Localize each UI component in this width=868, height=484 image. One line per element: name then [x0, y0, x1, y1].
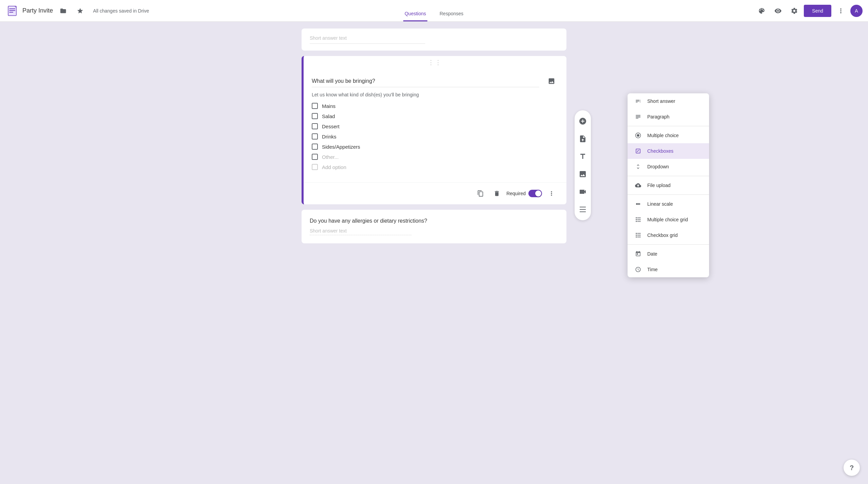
option-dessert: Dessert — [312, 123, 558, 129]
add-question-btn[interactable] — [575, 113, 591, 129]
add-video-btn[interactable] — [575, 184, 591, 200]
add-image-to-question-btn[interactable] — [545, 74, 558, 88]
import-questions-btn[interactable] — [575, 131, 591, 147]
time-icon — [634, 266, 642, 273]
save-status: All changes saved in Drive — [93, 8, 149, 14]
option-label-salad: Salad — [322, 113, 335, 119]
dropdown-label-checkbox-grid: Checkbox grid — [647, 232, 678, 238]
file-upload-icon — [634, 182, 642, 189]
linear-scale-icon — [634, 200, 642, 208]
duplicate-btn[interactable] — [474, 187, 487, 200]
help-button[interactable]: ? — [844, 460, 860, 476]
header-right: Send A — [755, 4, 863, 18]
divider-2 — [628, 176, 709, 176]
card-footer: Required — [304, 182, 566, 204]
paragraph-icon — [634, 113, 642, 120]
bottom-short-answer-placeholder: Short answer text — [310, 228, 412, 235]
add-title-btn[interactable] — [575, 148, 591, 165]
checkbox-add — [312, 164, 318, 170]
dropdown-label-multiple-choice: Multiple choice — [647, 133, 679, 138]
app-title: Party Invite — [22, 7, 53, 14]
dropdown-label-linear-scale: Linear scale — [647, 201, 673, 207]
question-description: Let us know what kind of dish(es) you'll… — [312, 92, 558, 97]
option-salad: Salad — [312, 113, 558, 119]
question-input[interactable] — [312, 75, 539, 87]
dropdown-select-icon — [634, 163, 642, 170]
dropdown-item-paragraph[interactable]: Paragraph — [628, 109, 709, 125]
short-answer-icon — [634, 97, 642, 105]
settings-btn[interactable] — [788, 4, 801, 18]
more-options-btn[interactable] — [545, 187, 558, 200]
dropdown-label-date: Date — [647, 251, 657, 257]
main-content: Short answer text ⋮⋮ Let us know what ki… — [302, 22, 566, 269]
dropdown-label-dropdown: Dropdown — [647, 164, 669, 169]
dropdown-item-file-upload[interactable]: File upload — [628, 178, 709, 193]
option-label-other: Other... — [322, 154, 339, 160]
checkbox-drinks[interactable] — [312, 133, 318, 139]
toggle-knob — [535, 190, 541, 197]
multiple-choice-grid-icon — [634, 216, 642, 223]
tab-questions[interactable]: Questions — [403, 7, 427, 21]
option-mains: Mains — [312, 103, 558, 109]
required-label: Required — [506, 191, 526, 196]
option-other: Other... — [312, 154, 558, 160]
customize-theme-btn[interactable] — [755, 4, 768, 18]
dropdown-label-paragraph: Paragraph — [647, 114, 669, 119]
checkbox-mains[interactable] — [312, 103, 318, 109]
add-image-btn[interactable] — [575, 166, 591, 182]
checkboxes-icon — [634, 147, 642, 155]
add-section-btn[interactable] — [575, 201, 591, 218]
option-label-mains: Mains — [322, 103, 336, 109]
preview-btn[interactable] — [771, 4, 785, 18]
avatar[interactable]: A — [850, 5, 863, 17]
dropdown-item-mc-grid[interactable]: Multiple choice grid — [628, 212, 709, 227]
checkbox-other[interactable] — [312, 154, 318, 160]
app-header: Party Invite All changes saved in Drive … — [0, 0, 868, 22]
dropdown-label-time: Time — [647, 267, 658, 272]
send-button[interactable]: Send — [804, 5, 831, 17]
checkbox-sides[interactable] — [312, 144, 318, 150]
date-icon — [634, 250, 642, 258]
dropdown-item-dropdown[interactable]: Dropdown — [628, 159, 709, 174]
dropdown-item-short-answer[interactable]: Short answer — [628, 93, 709, 109]
question-row — [312, 74, 558, 88]
option-sides: Sides/Appetizers — [312, 144, 558, 150]
top-card-inner: Short answer text — [302, 29, 566, 51]
more-options-btn[interactable] — [834, 4, 848, 18]
dropdown-item-checkboxes[interactable]: Checkboxes — [628, 143, 709, 159]
dropdown-item-checkbox-grid[interactable]: Checkbox grid — [628, 227, 709, 243]
option-label-drinks: Drinks — [322, 134, 337, 139]
top-partial-card: Short answer text — [302, 29, 566, 51]
dropdown-label-checkboxes: Checkboxes — [647, 148, 673, 154]
dropdown-label-file-upload: File upload — [647, 183, 671, 188]
delete-btn[interactable] — [490, 187, 504, 200]
option-add[interactable]: Add option — [312, 164, 558, 170]
dropdown-item-date[interactable]: Date — [628, 246, 709, 262]
divider-3 — [628, 194, 709, 195]
checkbox-grid-icon — [634, 231, 642, 239]
dropdown-label-mc-grid: Multiple choice grid — [647, 217, 688, 222]
option-drinks: Drinks — [312, 133, 558, 139]
checkbox-salad[interactable] — [312, 113, 318, 119]
bottom-question-card: Do you have any allergies or dietary res… — [302, 210, 566, 243]
drag-handle[interactable]: ⋮⋮ — [304, 56, 566, 66]
tab-responses[interactable]: Responses — [438, 7, 465, 21]
option-label-dessert: Dessert — [322, 124, 340, 129]
dropdown-item-linear-scale[interactable]: Linear scale — [628, 196, 709, 212]
star-icon-btn[interactable] — [73, 4, 87, 18]
divider-4 — [628, 244, 709, 245]
dropdown-label-short-answer: Short answer — [647, 98, 675, 104]
dropdown-item-time[interactable]: Time — [628, 262, 709, 277]
active-card-body: Let us know what kind of dish(es) you'll… — [304, 66, 566, 182]
checkbox-dessert[interactable] — [312, 123, 318, 129]
app-icon — [5, 4, 19, 18]
tab-bar: Questions Responses — [403, 7, 465, 21]
required-toggle[interactable] — [528, 190, 542, 197]
active-question-card: ⋮⋮ Let us know what kind of dish(es) you… — [302, 56, 566, 204]
folder-icon-btn[interactable] — [56, 4, 70, 18]
dropdown-item-multiple-choice[interactable]: Multiple choice — [628, 128, 709, 143]
svg-point-7 — [637, 134, 639, 137]
multiple-choice-icon — [634, 132, 642, 139]
add-option-label[interactable]: Add option — [322, 164, 346, 170]
bottom-card-inner: Do you have any allergies or dietary res… — [302, 210, 566, 243]
